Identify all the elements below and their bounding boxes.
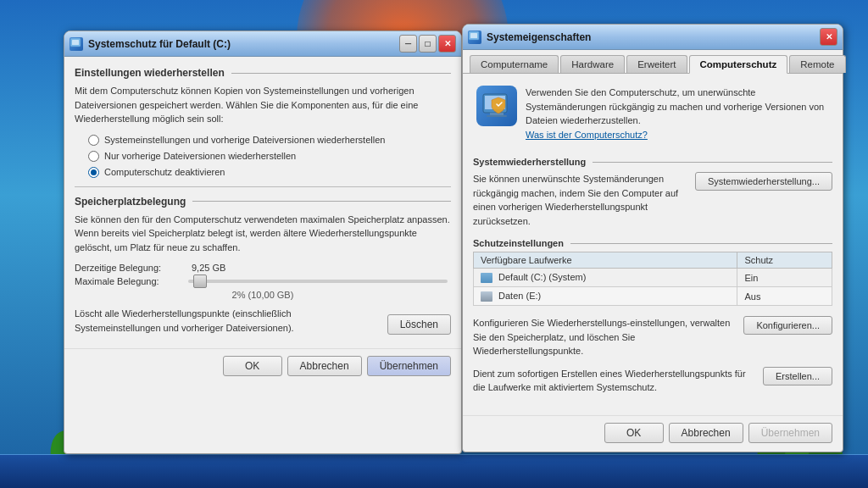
drives-col-1: Verfügbare Laufwerke <box>474 252 737 269</box>
left-maximize-button[interactable]: □ <box>419 35 437 53</box>
slider-thumb[interactable] <box>193 274 207 288</box>
einstellungen-header: Einstellungen wiederherstellen <box>75 67 451 79</box>
right-window-title: Systemeigenschaften <box>487 31 820 43</box>
radio-label-1: Systemeinstellungen und vorherige Dateiv… <box>104 135 385 145</box>
svg-rect-14 <box>487 115 507 117</box>
drive-2-icon <box>481 291 492 302</box>
computerschutz-icon <box>476 86 517 126</box>
radio-item-2[interactable]: Nur vorherige Dateiversionen wiederherst… <box>88 151 451 162</box>
left-window-titlebar: Systemschutz für Default (C:) ─ □ ✕ <box>64 31 461 57</box>
konfigurieren-row: Konfigurieren Sie Wiederherstellungs-ein… <box>473 316 832 358</box>
left-minimize-button[interactable]: ─ <box>399 35 417 53</box>
left-window-icon <box>70 37 83 51</box>
drive-1-icon <box>481 273 492 283</box>
right-apply-button[interactable]: Übernehmen <box>748 423 832 443</box>
tab-bar: Computername Hardware Erweitert Computer… <box>463 50 843 74</box>
schutzeinstellungen-section: Schutzeinstellungen Verfügbare Laufwerke… <box>473 238 832 306</box>
radio-item-1[interactable]: Systemeinstellungen und vorherige Dateiv… <box>88 135 451 146</box>
radio-circle-3[interactable] <box>88 167 99 178</box>
drive-1-name: Default (C:) (System) <box>474 269 737 287</box>
radio-label-3: Computerschutz deaktivieren <box>104 167 225 177</box>
info-banner: Verwenden Sie den Computerschutz, um une… <box>473 82 832 145</box>
delete-button[interactable]: Löschen <box>387 314 451 335</box>
right-window-controls: ✕ <box>820 28 837 46</box>
maximale-label: Maximale Belegung: <box>75 276 185 286</box>
right-window-icon <box>468 30 481 44</box>
radio-circle-2[interactable] <box>88 151 99 162</box>
systemwiederherstellung-text: Sie können unerwünschte Systemänderungen… <box>473 172 688 228</box>
tab-hardware[interactable]: Hardware <box>560 55 625 73</box>
drive-2-schutz: Aus <box>737 287 832 306</box>
tab-computerschutz[interactable]: Computerschutz <box>689 55 788 74</box>
svg-rect-13 <box>490 113 504 115</box>
left-close-button[interactable]: ✕ <box>438 35 456 53</box>
right-ok-button[interactable]: OK <box>604 423 664 443</box>
tab-erweitert[interactable]: Erweitert <box>626 55 687 73</box>
delete-row: Löscht alle Wiederherstellungspunkte (ei… <box>75 307 451 335</box>
systemwiederherstellung-section: Systemwiederherstellung Sie können unerw… <box>473 157 832 228</box>
right-window-titlebar: Systemeigenschaften ✕ <box>463 25 843 50</box>
derzeitige-value: 9,25 GB <box>192 263 225 273</box>
radio-label-2: Nur vorherige Dateiversionen wiederherst… <box>104 151 296 161</box>
left-window-content: Einstellungen wiederherstellen Mit dem C… <box>64 57 461 345</box>
right-dialog-footer: OK Abbrechen Übernehmen <box>463 415 843 452</box>
restore-options: Systemeinstellungen und vorherige Dateiv… <box>88 135 451 178</box>
drive-row-1[interactable]: Default (C:) (System) Ein <box>474 269 832 287</box>
einstellungen-description: Mit dem Computerschutz können Kopien von… <box>75 84 451 126</box>
tab-remote[interactable]: Remote <box>789 55 845 73</box>
konfigurieren-text: Konfigurieren Sie Wiederherstellungs-ein… <box>473 316 737 358</box>
taskbar <box>0 454 868 488</box>
drives-col-2: Schutz <box>737 252 832 269</box>
tab-computername[interactable]: Computername <box>470 55 559 73</box>
left-apply-button[interactable]: Übernehmen <box>367 356 451 376</box>
slider-track[interactable] <box>188 280 448 283</box>
svg-rect-9 <box>470 33 477 38</box>
left-dialog-footer: OK Abbrechen Übernehmen <box>64 348 461 385</box>
speicherplatz-description: Sie können den für den Computerschutz ve… <box>75 213 451 255</box>
info-text: Verwenden Sie den Computerschutz, um une… <box>526 86 829 141</box>
delete-description: Löscht alle Wiederherstellungspunkte (ei… <box>75 307 387 335</box>
systemwiederherstellung-header: Systemwiederherstellung <box>473 157 832 167</box>
derzeitige-row: Derzeitige Belegung: 9,25 GB <box>75 263 451 273</box>
speicherplatz-header: Speicherplatzbelegung <box>75 196 451 208</box>
schutzeinstellungen-header: Schutzeinstellungen <box>473 238 832 248</box>
right-window: Systemeigenschaften ✕ Computername Hardw… <box>462 24 843 452</box>
drive-2-name: Daten (E:) <box>474 287 737 306</box>
erstellen-button[interactable]: Erstellen... <box>763 367 832 385</box>
left-window: Systemschutz für Default (C:) ─ □ ✕ Eins… <box>64 30 462 454</box>
left-cancel-button[interactable]: Abbrechen <box>287 356 362 376</box>
computerschutz-link[interactable]: Was ist der Computerschutz? <box>526 130 648 140</box>
left-ok-button[interactable]: OK <box>223 356 282 376</box>
erstellen-text: Dient zum sofortigen Erstellen eines Wie… <box>473 367 756 395</box>
right-close-button[interactable]: ✕ <box>820 28 837 46</box>
derzeitige-label: Derzeitige Belegung: <box>75 263 185 273</box>
drives-table: Verfügbare Laufwerke Schutz Default (C:)… <box>473 252 832 306</box>
drive-row-2[interactable]: Daten (E:) Aus <box>474 287 832 306</box>
systemwiederherstellung-button[interactable]: Systemwiederherstellung... <box>695 172 832 191</box>
radio-circle-1[interactable] <box>88 135 99 146</box>
erstellen-row: Dient zum sofortigen Erstellen eines Wie… <box>473 367 832 395</box>
divider-1 <box>75 186 451 187</box>
right-cancel-button[interactable]: Abbrechen <box>669 423 743 443</box>
maximale-row: Maximale Belegung: <box>75 276 451 286</box>
radio-item-3[interactable]: Computerschutz deaktivieren <box>88 167 451 178</box>
right-window-content: Verwenden Sie den Computerschutz, um une… <box>463 74 843 412</box>
slider-percent: 2% (10,00 GB) <box>75 290 451 300</box>
left-window-title: Systemschutz für Default (C:) <box>88 38 399 50</box>
konfigurieren-button[interactable]: Konfigurieren... <box>743 316 832 335</box>
left-window-controls: ─ □ ✕ <box>399 35 456 53</box>
drive-1-schutz: Ein <box>737 269 832 287</box>
svg-rect-7 <box>72 40 79 45</box>
